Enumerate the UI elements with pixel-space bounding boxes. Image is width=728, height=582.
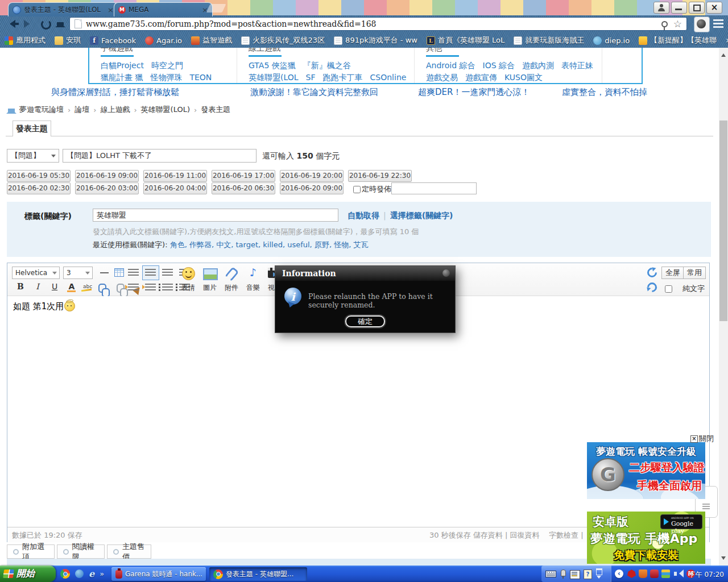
url-text[interactable]: www.game735.com/forum.php?mod=post&actio… (86, 19, 658, 28)
bookmark-puzzle[interactable]: 益智遊戲 (191, 35, 232, 45)
bookmark-diep[interactable]: diep.io (593, 36, 630, 45)
promo-link[interactable]: 激動淚謝！靠它論文資料完整救回 (250, 87, 378, 98)
align-right-icon[interactable] (162, 269, 173, 276)
menu-link[interactable]: 表特正妹 (561, 61, 593, 70)
recent-tag-link[interactable]: killed (263, 240, 283, 249)
italic-icon[interactable]: I (31, 282, 44, 291)
bookmark-agar[interactable]: Agar.io (145, 36, 182, 45)
thread-title-input[interactable] (63, 149, 257, 163)
tab-new-thread[interactable]: 發表主題 (13, 120, 51, 136)
google-play-badge[interactable]: ANDROID APP ON Google play (660, 514, 702, 529)
recent-tag-link[interactable]: 角色 (170, 240, 185, 249)
writing-pad-icon[interactable] (570, 570, 580, 579)
ok-button[interactable]: 確定 (345, 315, 385, 327)
breadcrumb-item[interactable]: 論壇 (75, 105, 89, 115)
menu-link[interactable]: 遊戲宣傳 (465, 73, 497, 82)
tags-input[interactable] (93, 209, 338, 222)
schedule-time-button[interactable]: 2016-06-19 05:30 (7, 170, 71, 182)
messenger-icon[interactable] (75, 569, 84, 578)
schedule-time-button[interactable]: 2016-06-20 06:30 (212, 182, 275, 194)
taskbar-item-garena[interactable]: Garena 競時通 - hank... (111, 567, 206, 581)
microphone-icon[interactable] (561, 569, 566, 576)
redo-icon[interactable] (645, 280, 659, 294)
extension-icon[interactable] (694, 16, 710, 32)
tray-collapse-icon[interactable] (615, 569, 623, 578)
ie-icon[interactable]: e (89, 569, 94, 579)
chrome-icon[interactable] (60, 569, 70, 579)
bluestacks-icon[interactable] (661, 569, 670, 578)
schedule-time-button[interactable]: 2016-06-19 20:00 (280, 170, 344, 182)
menu-link[interactable]: SF (306, 73, 316, 82)
schedule-time-button[interactable]: 2016-06-20 02:30 (7, 182, 71, 194)
font-size-select[interactable]: 3 (63, 267, 93, 279)
ad-account-security[interactable]: 夢遊電玩 帳號安全升級 二步驟登入驗證 手機全面啟用 (587, 442, 705, 499)
tray-app-icon[interactable] (627, 569, 636, 578)
outdent-icon[interactable] (128, 284, 139, 291)
breadcrumb-item[interactable]: 線上遊戲 (100, 105, 130, 115)
start-button[interactable]: 開始 (0, 566, 56, 582)
bookmark-star-icon[interactable]: ☆ (673, 19, 682, 29)
underline-icon[interactable]: U (48, 282, 61, 291)
menu-link[interactable]: TEON (189, 73, 212, 82)
auto-tags-link[interactable]: 自動取得 (348, 211, 379, 220)
insert-link-icon[interactable] (98, 284, 106, 293)
breadcrumb-item[interactable]: 夢遊電玩論壇 (19, 105, 64, 115)
menu-link[interactable]: 時空之門 (151, 61, 183, 70)
bookmarks-overflow-icon[interactable]: » (726, 35, 728, 45)
tab-read-permission[interactable]: 閱讀權限 (57, 544, 105, 559)
schedule-time-button[interactable]: 2016-06-19 11:00 (143, 170, 207, 182)
browser-tab-forum[interactable]: 發表主題 - 英雄聯盟(LOL × (8, 2, 118, 16)
spellcheck-icon[interactable]: abc (81, 284, 94, 289)
profile-icon[interactable] (653, 2, 669, 14)
keyboard-icon[interactable] (545, 571, 556, 577)
menu-link[interactable]: 遊戲內測 (522, 61, 554, 70)
recent-tag-link[interactable]: 作弊器 (189, 240, 212, 249)
volume-icon[interactable] (674, 569, 682, 578)
tab-close-icon[interactable]: × (107, 6, 114, 14)
menu-link[interactable]: 跑跑卡丁車 (323, 73, 363, 82)
menu-link[interactable]: IOS 綜合 (483, 61, 515, 70)
align-center-icon[interactable] (145, 269, 156, 276)
schedule-time-button[interactable]: 2016-06-19 09:00 (75, 170, 139, 182)
menu-link[interactable]: 怪物彈珠 (150, 73, 182, 82)
page-scrollbar[interactable] (719, 48, 728, 566)
options-chevron-icon[interactable] (597, 576, 601, 581)
browser-tab-mega[interactable]: MEGA × (114, 2, 213, 16)
schedule-time-button[interactable]: 2016-06-20 04:00 (143, 182, 207, 194)
menu-link[interactable]: GTA5 俠盜獵 (249, 61, 296, 70)
undo-icon[interactable] (645, 265, 659, 279)
taskbar-item-browser[interactable]: 發表主題 - 英雄聯盟... (209, 567, 307, 581)
tab-extra-options[interactable]: 附加選項 (7, 544, 55, 559)
java-icon[interactable] (639, 569, 647, 578)
bookmark-notice[interactable]: 【新提醒】【英雄聯 (639, 35, 717, 45)
schedule-time-button[interactable]: 2016-06-20 03:00 (75, 182, 139, 194)
refresh-icon[interactable] (41, 19, 51, 30)
bookmark-facebook[interactable]: Facebook (90, 36, 136, 45)
indent-icon[interactable] (145, 284, 156, 291)
menu-link[interactable]: 獵龍計畫 獵 (101, 73, 143, 82)
font-select[interactable]: Helvetica (12, 267, 60, 279)
promo-link[interactable]: 超爽DER！一進家門透心涼！ (418, 87, 530, 98)
maximize-button[interactable] (689, 2, 705, 14)
common-button[interactable]: 常用 (683, 267, 706, 279)
recent-tag-link[interactable]: 怪物 (334, 240, 349, 249)
insert-table-icon[interactable] (113, 267, 126, 278)
home-icon[interactable] (8, 109, 15, 113)
category-select[interactable]: 【問題】 (7, 149, 59, 163)
menu-link[interactable]: 遊戲交易 (426, 73, 458, 82)
recent-tag-link[interactable]: 中文 (216, 240, 231, 249)
menu-link[interactable]: CSOnline (370, 73, 407, 82)
bookmark-apps[interactable]: 應用程式 (5, 35, 46, 45)
clock[interactable]: 下午 07:20 (689, 570, 724, 580)
menu-link[interactable]: 英雄聯盟(LOL (249, 73, 299, 82)
back-icon[interactable] (6, 20, 15, 28)
minimize-button[interactable] (671, 2, 687, 14)
ordered-list-icon[interactable] (162, 284, 173, 291)
plaintext-checkbox[interactable] (665, 285, 672, 293)
recent-tag-link[interactable]: target (235, 240, 258, 249)
recent-tag-link[interactable]: 原野 (315, 240, 329, 249)
bookmark-pirate[interactable]: 就要玩新版海賊王 (514, 35, 584, 45)
close-button[interactable] (706, 2, 722, 14)
browser-menu-icon[interactable] (713, 19, 723, 28)
image-button[interactable]: 圖片 (200, 265, 220, 293)
